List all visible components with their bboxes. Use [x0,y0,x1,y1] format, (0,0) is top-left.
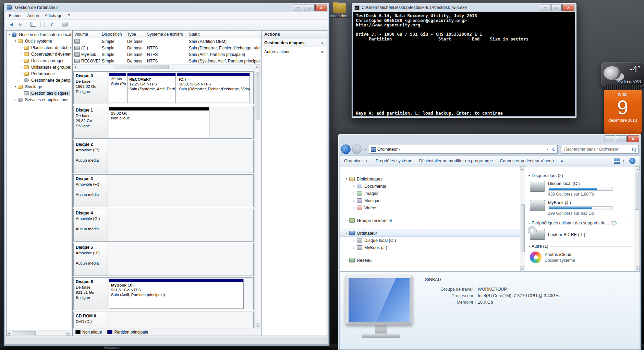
calendar-gadget[interactable]: lundi 9 décembre 2013 [604,85,642,134]
expander-icon[interactable] [352,192,356,195]
section-collapse-icon[interactable]: ▾ [528,245,530,248]
tree-item-computer-management-root[interactable]: Gestion de l'ordinateur (local) [7,31,71,38]
partition-recovery[interactable]: RECOVERY 12,25 Go NTFS Sain (Système, Ac… [127,73,176,103]
nav-item-local-disk-c[interactable]: Disque local (C:) [340,237,525,244]
volume-row[interactable]: (C:) Simple De base NTFS Sain (Démarrer,… [73,45,260,51]
minimize-button[interactable]: ─ [605,135,615,142]
scrollbar-thumb[interactable] [12,331,36,335]
scroll-up-button[interactable]: ▲ [255,70,260,75]
scrollbar-thumb[interactable] [635,172,639,210]
uninstall-program-button[interactable]: Désinstaller ou modifier un programme [419,159,493,163]
search-box[interactable] [561,145,639,154]
partition-unallocated[interactable]: 29,82 Go Non alloué [109,107,209,137]
expander-icon[interactable] [352,239,356,242]
scroll-down-button[interactable]: ▼ [635,266,640,271]
tree-item-performance[interactable]: Performance [7,70,71,77]
maximize-button[interactable]: □ [616,135,627,142]
desktop-icon-new-folder[interactable]: uveau dos... [328,3,351,18]
nav-item-mybook-j[interactable]: MyBook (J:) [340,244,525,251]
expander-icon[interactable] [20,52,24,56]
partition-oem[interactable]: 39 Mo Sain (Pa [109,73,126,103]
disk-label[interactable]: Disque 0 De base 1863,02 Go En ligne [74,72,108,104]
expander-icon[interactable] [20,46,24,49]
menu-help[interactable]: ? [65,13,73,19]
toolbar-overflow-button[interactable]: » [561,159,563,163]
console-output[interactable]: TestDisk 6.14, Data Recovery Utility, Ju… [353,12,575,116]
scroll-down-button[interactable]: ▼ [520,266,525,271]
scroll-up-button[interactable]: ▲ [520,166,525,171]
tree-item-task-scheduler[interactable]: Planificateur de tâches [7,44,71,51]
nav-item-computer[interactable]: Ordinateur [340,230,525,237]
menu-action[interactable]: Action [25,13,42,19]
drive-item-bd-re-d[interactable]: Lecteur BD-RE (D:) [530,229,633,240]
help-icon[interactable]: ? [629,158,635,164]
partition-mybook[interactable]: MyBook (J:) 931,51 Go NTFS Sain (Actif, … [109,279,244,309]
back-button[interactable]: ◀ [7,21,15,28]
history-dropdown-icon[interactable]: ▾ [363,148,367,151]
column-header-status[interactable]: Statut [187,31,260,38]
tree-item-services-applications[interactable]: Services et applications [7,96,71,103]
volume-list-horizontal-scrollbar[interactable]: ◀ ▶ [73,64,260,70]
expander-icon[interactable] [345,232,349,235]
tree-item-users-groups[interactable]: Utilisateurs et groupes l [7,64,71,70]
search-icon[interactable] [632,147,636,152]
scroll-right-button[interactable]: ▶ [255,65,260,69]
nav-item-videos[interactable]: Vidéos [340,204,525,211]
expander-icon[interactable] [352,246,356,249]
back-button[interactable]: ← [341,144,351,154]
forward-button[interactable]: ▶ [16,21,25,28]
close-button[interactable]: × [627,135,639,142]
nav-item-homegroup[interactable]: Groupe résidentiel [340,217,525,224]
expander-icon[interactable] [14,85,17,88]
column-header-volume[interactable]: Volume [73,31,100,38]
section-collapse-icon[interactable]: ▾ [528,174,530,177]
disk-label[interactable]: Disque 4 Amovible (G:) Aucun média [74,209,108,241]
scrollbar-thumb[interactable] [521,204,525,252]
export-list-button[interactable] [38,21,47,28]
disk-label[interactable]: Disque 1 De base 29,82 Go En ligne [74,106,108,138]
tree-item-shared-folders[interactable]: Dossiers partagés [7,57,71,64]
expander-icon[interactable] [14,98,17,101]
explorer-titlebar[interactable]: ─ □ × [338,134,641,143]
section-header-removable-media[interactable]: ▾ Périphériques utilisant des supports d… [528,221,633,225]
console-titlebar[interactable]: C:\ C:\Users\Michel\Desktop\testdisk-6.1… [352,3,576,12]
partition-c[interactable]: (C:) 1850,72 Go NTFS Sain (Démarrer, Fic… [177,73,250,103]
nav-item-images[interactable]: Images [340,190,525,197]
close-button[interactable]: × [562,4,574,11]
search-input[interactable] [563,147,630,152]
address-bar[interactable]: Ordinateur ▸ ▾ ↻ [369,145,558,154]
disk-label[interactable]: Disque 3 Amovible (F:) Aucun média [74,175,108,207]
scroll-left-button[interactable]: ◀ [7,331,11,336]
collapse-icon[interactable]: ▲ [321,41,324,45]
volume-row[interactable]: MyBook ... Simple De base NTFS Sain (Act… [73,51,260,58]
expander-icon[interactable] [345,219,349,222]
help-button[interactable]: ? [48,21,56,28]
nav-item-music[interactable]: Musique [340,197,525,204]
breadcrumb[interactable]: Ordinateur [377,147,398,152]
expander-icon[interactable] [352,185,356,188]
breadcrumb-arrow-icon[interactable]: ▸ [399,148,401,151]
scrollbar-thumb[interactable] [114,65,169,69]
tree-item-storage[interactable]: Stockage [7,83,71,90]
nav-item-documents[interactable]: Documents [340,183,525,190]
item-photos-icloud[interactable]: Photos iCloud Dossier système [530,252,633,263]
minimize-button[interactable]: ─ [540,4,550,11]
console-tree-toggle-button[interactable] [29,21,37,28]
drive-item-mybook-j[interactable]: MyBook (J:) 299 Go libres sur 931 Go [530,200,633,216]
disk-label[interactable]: Disque 2 Amovible (E:) Aucun média [74,140,108,173]
items-pane-scrollbar[interactable]: ▲ ▼ [634,166,640,271]
forward-button[interactable]: → [352,144,362,154]
map-network-drive-button[interactable]: Connecter un lecteur réseau [500,159,554,163]
disk-label[interactable]: CD-ROM 0 DVD (D:) [74,312,108,328]
section-header-hard-drives[interactable]: ▾ Disques durs (2) [528,173,633,178]
system-properties-button[interactable]: Propriétés système [376,159,412,163]
refresh-icon[interactable]: ↻ [552,147,556,152]
scroll-up-button[interactable]: ▲ [635,166,640,171]
drive-item-local-disk-c[interactable]: Disque local (C:) 438 Go libres sur 1,80… [530,181,633,197]
cm-titlebar[interactable]: Gestion de l'ordinateur ─ □ × [4,3,329,12]
scroll-right-button[interactable]: ▶ [66,331,71,336]
tree-item-system-tools[interactable]: Outils système [7,38,71,44]
organize-button[interactable]: Organiser ▾ [344,159,369,163]
menu-file[interactable]: Fichier [6,13,25,19]
expander-icon[interactable] [345,177,349,180]
